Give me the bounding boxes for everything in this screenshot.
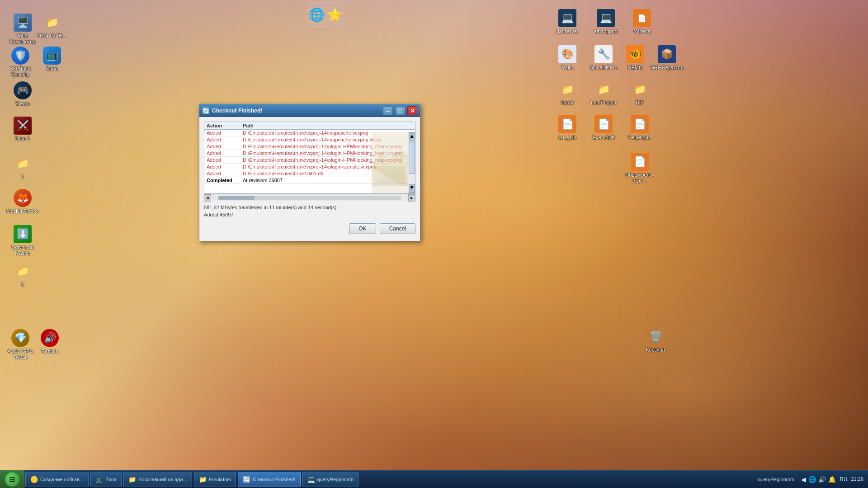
tray-hide-icon[interactable]: ◀	[801, 476, 806, 483]
firefox-icon: 🦊	[14, 189, 32, 207]
desktop-icon-firefox[interactable]: 🦊 Mozilla Firefox	[5, 189, 41, 214]
horizontal-scrollbar[interactable]: ◄ ►	[204, 194, 415, 201]
desktop-icon-steam[interactable]: 🎮 Steam	[5, 81, 41, 107]
desktop-icon-shinediffpro[interactable]: 🔧 ShineDiffPro	[585, 45, 622, 70]
ok-button[interactable]: OK	[349, 223, 376, 234]
ganserver-icon: 💻	[558, 9, 576, 27]
folder-2-label: 2	[21, 282, 24, 287]
new-page-icon: 📄	[631, 153, 649, 171]
tray-notification-icon[interactable]: 🔔	[828, 476, 836, 483]
h-scroll-track	[218, 196, 401, 200]
desktop-icon-ganserver[interactable]: 💻 ganserver	[549, 9, 585, 34]
tray-volume-icon[interactable]: 🔊	[818, 476, 826, 483]
close-button[interactable]: ✕	[407, 106, 417, 115]
yandex-taskbar-preview[interactable]: 🌐 ⭐	[307, 2, 344, 27]
reception-label: Рецепция	[628, 135, 651, 141]
firefox-label: Mozilla Firefox	[7, 208, 39, 214]
maximize-button[interactable]: □	[395, 106, 405, 115]
desktop-icon-exe-diff[interactable]: 📄 Exe-u-Diff	[585, 115, 622, 141]
desktop-icon-datav[interactable]: 📁 dataV	[549, 80, 585, 106]
desktop-icon-html-athena[interactable]: 📄 /Athena	[624, 9, 660, 34]
dota2-label: Dota 2	[15, 136, 30, 142]
dota2-icon: ⚔️	[14, 117, 32, 135]
nemo-label: NEMO	[628, 65, 643, 70]
task-icon: 📁	[128, 476, 136, 483]
taskbar-task-item[interactable]: 🟡Создание собств...	[25, 472, 89, 487]
task-icon: 🔄	[243, 476, 250, 483]
desktop-icon-recycle-bin[interactable]: 🗑️ Корзина	[637, 328, 674, 353]
task-label: queryRegionInfo	[317, 477, 354, 482]
shinediffpro-icon: 🔧	[594, 45, 613, 63]
desktop-icon-reception[interactable]: 📄 Рецепция	[622, 115, 658, 141]
taskbar-task-item[interactable]: 📁Восставший из ада...	[123, 472, 192, 487]
desktop-icon-folder-2[interactable]: 📁 2	[5, 262, 41, 287]
desktop-icon-360-security[interactable]: 🛡️ 360 Total Security	[2, 47, 38, 78]
grf-editor-icon: 📦	[658, 45, 676, 63]
system-tray: queryRegionInfo ◀ 🌐 🔊 🔔 RU 21:26	[753, 470, 868, 488]
tray-language[interactable]: RU	[838, 476, 849, 483]
desktop-icon-new-page[interactable]: 📄 Новая рело-стро...	[622, 153, 658, 184]
scroll-thumb-down[interactable]: ▼	[409, 184, 415, 193]
scroll-thumb-up[interactable]: ▲	[409, 132, 415, 141]
realtek-label: Realtek	[41, 348, 58, 354]
log-action: Completed	[207, 178, 243, 183]
h-scroll-left[interactable]: ◄	[204, 194, 211, 202]
360-security-label: 360 Total Security	[2, 66, 38, 78]
desktop-icon-nemo[interactable]: 🐠 NEMO	[617, 45, 653, 70]
folder-2-icon: 📁	[14, 262, 32, 280]
ganserver-label: ganserver	[557, 28, 579, 34]
recycle-bin-icon: 🗑️	[646, 328, 665, 346]
taskbar-task-item[interactable]: 💻queryRegionInfo	[302, 472, 359, 487]
tray-network-icon[interactable]: 🌐	[808, 476, 816, 483]
start-button[interactable]: ⊞	[0, 470, 24, 488]
taskbar-task-item[interactable]: 📁Emulators	[194, 472, 236, 487]
desktop-icon-lua-project[interactable]: 📁 Lua Project	[585, 80, 622, 106]
desktop-icon-ea-support[interactable]: 💻 ea-support	[588, 9, 624, 34]
desktop-icon-bif[interactable]: 📁 BIF	[622, 80, 658, 106]
h-scroll-thumb[interactable]	[218, 196, 255, 200]
paint-label: Paint	[561, 65, 573, 70]
dialog-titlebar: 🔄 Checkout Finished! ─ □ ✕	[199, 104, 420, 117]
desktop-icon-realtek[interactable]: 🔊 Realtek	[32, 329, 68, 354]
scroll-thumb[interactable]	[409, 142, 415, 174]
start-orb: ⊞	[5, 472, 19, 487]
ea-support-label: ea-support	[594, 28, 618, 34]
dialog-title-text: Checkout Finished!	[212, 108, 381, 114]
task-icon: 📁	[199, 476, 207, 483]
task-label: Восставший из ада...	[138, 477, 187, 482]
desktop-icon-folder-2014[interactable]: 📁 2014-02-05...	[34, 14, 70, 39]
task-label: Создание собств...	[40, 477, 84, 482]
datav-label: dataV	[561, 100, 574, 106]
html-athena-icon: 📄	[633, 9, 651, 27]
realtek-icon: 🔊	[41, 329, 59, 347]
desktop-icon-paint[interactable]: 🎨 Paint	[549, 45, 585, 70]
desktop-icon-lua-lib[interactable]: 📄 Lua_Lib	[549, 115, 585, 141]
desktop-icon-grf-editor[interactable]: 📦 GRF Редактор	[649, 45, 685, 70]
vertical-scrollbar[interactable]: ▲ ▼	[408, 132, 415, 193]
desktop: 🖥️ Мой Компьютер 📁 2014-02-05... 🛡️ 360 …	[0, 0, 868, 470]
clock[interactable]: 21:26	[851, 476, 863, 482]
desktop-icon-download-master[interactable]: ⬇️ Download Master	[5, 225, 41, 256]
taskbar-task-item[interactable]: 🔄Checkout Finished!	[238, 472, 300, 487]
cancel-button[interactable]: Cancel	[380, 223, 415, 234]
steam-icon: 🎮	[14, 81, 32, 99]
log-action: Added	[207, 144, 243, 149]
minimize-button[interactable]: ─	[383, 106, 393, 115]
bif-icon: 📁	[631, 80, 649, 99]
desktop-icon-folder-1[interactable]: 📁 1	[5, 155, 41, 180]
taskbar-task-item[interactable]: 📺Zona	[90, 472, 122, 487]
my-computer-icon: 🖥️	[14, 14, 32, 32]
grf-editor-label: GRF Редактор	[650, 65, 684, 70]
col-path-header: Path	[243, 123, 413, 128]
desktop-icon-dota2[interactable]: ⚔️ Dota 2	[5, 117, 41, 142]
map-preview	[372, 132, 408, 193]
h-scroll-right[interactable]: ►	[408, 194, 415, 202]
folder-2014-icon: 📁	[43, 14, 61, 32]
zona-icon: 📺	[43, 47, 61, 65]
desktop-icon-zona[interactable]: 📺 Zona	[34, 47, 70, 72]
dialog-buttons: OK Cancel	[204, 221, 415, 236]
task-icon: 📺	[95, 476, 103, 483]
html-athena-label: /Athena	[633, 28, 651, 34]
bif-label: BIF	[636, 100, 643, 106]
steam-label: Steam	[15, 101, 30, 107]
